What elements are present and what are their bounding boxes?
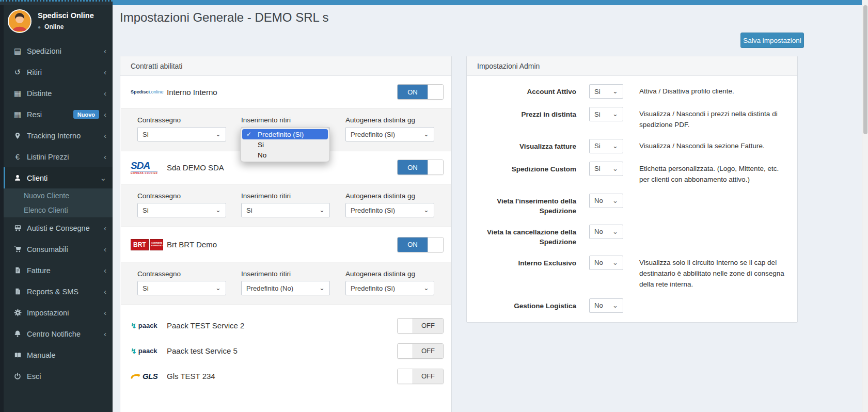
select-caret-icon: ⌄ — [319, 287, 325, 289]
sidebar-item-fatture[interactable]: Fatture ‹ — [4, 260, 113, 281]
cart-icon — [11, 245, 24, 253]
select-dropdown-popup: ✓ Predefinito (Si) Si No — [240, 127, 330, 162]
vieta-cancellazione-select[interactable]: No⌄ — [589, 225, 623, 239]
submenu-item-elenco-clienti[interactable]: Elenco Clienti — [4, 203, 113, 217]
sidebar-item-resi[interactable]: ▦ Resi Nuovo ‹ — [4, 104, 113, 125]
contrassegno-field: Contrassegno Si⌄ — [137, 270, 226, 295]
inserimento-ritiri-field: Inserimento ritiri Predefinito (No)⌄ — [241, 270, 330, 295]
sidebar-item-clienti[interactable]: Clienti ⌄ — [4, 167, 113, 188]
toggle-knob — [398, 369, 413, 384]
select-caret-icon: ⌄ — [612, 230, 618, 233]
sidebar-item-reports-sms[interactable]: Reports & SMS ‹ — [4, 281, 113, 302]
carrier-name: Interno Interno — [167, 88, 217, 97]
sidebar-item-spedizioni[interactable]: ▤ Spedizioni ‹ — [4, 40, 113, 61]
select-caret-icon: ⌄ — [215, 209, 221, 211]
admin-panel-body: Account Attivo Si⌄ Attiva / Disattiva pr… — [467, 76, 797, 322]
setting-description — [639, 194, 788, 196]
power-icon — [11, 372, 24, 380]
prezzi-in-distinta-select[interactable]: Si⌄ — [589, 107, 623, 121]
autogenera-select[interactable]: Predefinito (Si)⌄ — [345, 127, 434, 141]
select-value: No — [594, 259, 603, 266]
contrassegno-select[interactable]: Si⌄ — [137, 203, 226, 217]
field-label: Contrassegno — [137, 116, 226, 124]
carrier-toggle-on[interactable]: ON — [397, 237, 444, 252]
select-value: Si — [143, 284, 149, 292]
carrier-toggle-off[interactable]: OFF — [397, 343, 444, 359]
clienti-submenu: Nuovo Cliente Elenco Clienti — [4, 188, 113, 217]
submenu-item-label: Elenco Clienti — [24, 206, 68, 214]
setting-description: Etichetta personalizzata. (Logo, Mittent… — [639, 162, 788, 185]
carrier-toggle-on[interactable]: ON — [397, 160, 444, 175]
setting-label: Interno Exclusivo — [476, 256, 576, 268]
gls-swoosh — [131, 373, 142, 379]
sidebar-edge-strip — [0, 5, 4, 412]
toggle-state-label: ON — [398, 160, 428, 175]
sidebar-item-consumabili[interactable]: Consumabili ‹ — [4, 239, 113, 260]
sidebar-item-listini-prezzi[interactable]: € Listini Prezzi ‹ — [4, 146, 113, 167]
admin-row-prezzi-in-distinta: Prezzi in distinta Si⌄ Visualizza / Nasc… — [476, 107, 788, 131]
toggle-knob — [398, 344, 413, 358]
inserimento-ritiri-select[interactable]: Predefinito (No)⌄ — [241, 281, 330, 295]
autogenera-select[interactable]: Predefinito (Si)⌄ — [345, 281, 434, 295]
chevron-left-icon: ‹ — [104, 309, 106, 316]
logo-text: SDA — [131, 161, 157, 170]
carrier-toggle-on[interactable]: ON — [397, 84, 444, 100]
select-value: No — [594, 302, 603, 309]
euro-icon: € — [11, 152, 24, 161]
carrier-name: Paack test Service 5 — [167, 346, 238, 355]
visualizza-fatture-select[interactable]: Si⌄ — [589, 139, 623, 153]
sidebar-item-ritiri[interactable]: ↺ Ritiri ‹ — [4, 61, 113, 83]
sidebar-item-impostazioni[interactable]: Impostazioni ‹ — [4, 302, 113, 323]
sidebar-item-esci[interactable]: Esci — [4, 366, 113, 387]
spedizione-custom-select[interactable]: Si⌄ — [589, 162, 623, 176]
file-icon — [11, 266, 24, 274]
setting-description: Visualizza / Nascondi i prezzi nella dis… — [639, 107, 788, 131]
toggle-knob — [428, 85, 443, 99]
field-label: Autogenera distinta gg — [345, 192, 434, 200]
scrollbar-thumb[interactable] — [863, 5, 867, 134]
save-settings-button[interactable]: Salva impostazioni — [740, 33, 804, 48]
sidebar-item-label: Esci — [27, 372, 41, 381]
chevron-left-icon: ‹ — [104, 266, 106, 274]
setting-description — [639, 225, 788, 227]
map-pin-icon — [11, 132, 24, 140]
select-value: Si — [246, 207, 252, 214]
page-scrollbar[interactable] — [862, 0, 868, 412]
admin-row-interno-exclusivo: Interno Exclusivo No⌄ Visualizza solo il… — [476, 256, 788, 290]
carrier-toggle-off[interactable]: OFF — [397, 369, 444, 384]
field-label: Autogenera distinta gg — [345, 270, 434, 278]
submenu-item-nuovo-cliente[interactable]: Nuovo Cliente — [4, 188, 113, 203]
contrassegno-select[interactable]: Si⌄ — [137, 281, 226, 295]
account-attivo-select[interactable]: Si⌄ — [589, 84, 623, 99]
status-label: Online — [44, 23, 64, 30]
sidebar-item-distinte[interactable]: ▦ Distinte ‹ — [4, 83, 113, 104]
inserimento-ritiri-field: Inserimento ritiri Si⌄ — [241, 192, 330, 217]
chevron-left-icon: ‹ — [104, 288, 106, 295]
field-label: Inserimento ritiri — [241, 270, 330, 278]
sidebar-item-tracking-interno[interactable]: Tracking Interno ‹ — [4, 125, 113, 146]
toggle-knob — [398, 319, 413, 333]
carrier-toggle-off[interactable]: OFF — [397, 318, 444, 334]
dropdown-option-si[interactable]: Si — [242, 139, 328, 150]
user-status: ● Online — [38, 23, 94, 30]
select-value: Si — [143, 207, 149, 214]
contrassegno-field: Contrassegno Si⌄ — [137, 192, 226, 217]
sda-logo: SDAEXPRESS COURIER — [131, 161, 163, 175]
dropdown-option-predefinito[interactable]: ✓ Predefinito (Si) — [242, 129, 328, 139]
autogenera-select[interactable]: Predefinito (Si)⌄ — [345, 203, 434, 217]
gestione-logistica-select[interactable]: No⌄ — [589, 298, 623, 313]
inserimento-ritiri-select[interactable]: Si⌄ — [241, 203, 330, 217]
interno-exclusivo-select[interactable]: No⌄ — [589, 256, 623, 270]
contrassegno-select[interactable]: Si⌄ — [137, 127, 226, 141]
sidebar-item-manuale[interactable]: Manuale — [4, 344, 113, 366]
select-caret-icon: ⌄ — [215, 287, 221, 289]
sidebar-item-centro-notifiche[interactable]: Centro Notifiche ‹ — [4, 323, 113, 344]
carrier-row-paack-2: ↯paack Paack TEST Service 2 OFF — [120, 313, 451, 338]
sidebar-item-label: Autisti e Consegne — [27, 224, 90, 232]
vieta-inserimento-select[interactable]: No⌄ — [589, 194, 623, 208]
dropdown-option-no[interactable]: No — [242, 150, 328, 160]
sidebar-item-autisti-e-consegne[interactable]: Autisti e Consegne ‹ — [4, 217, 113, 239]
admin-row-spedizione-custom: Spedizione Custom Si⌄ Etichetta personal… — [476, 162, 788, 185]
sidebar-item-label: Centro Notifiche — [27, 330, 81, 338]
user-meta: Spedisci Online ● Online — [31, 9, 94, 30]
